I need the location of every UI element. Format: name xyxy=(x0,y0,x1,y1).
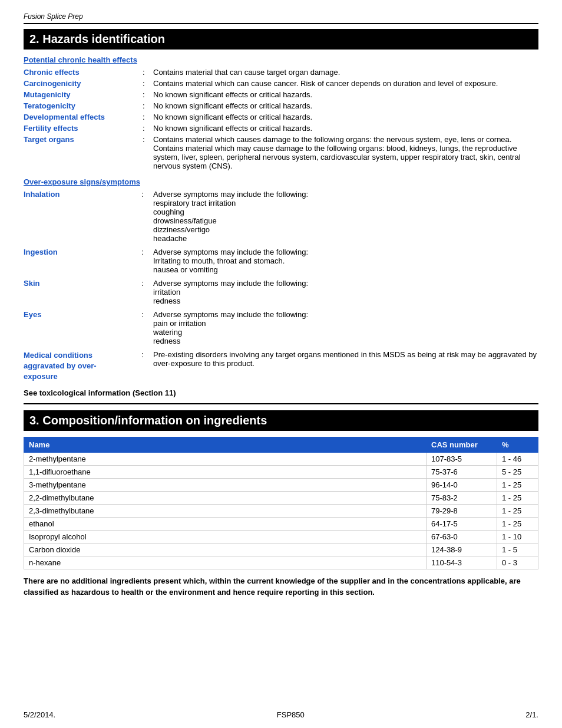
ingredient-cas: 75-83-2 xyxy=(427,491,497,504)
section2-title: 2. Hazards identification xyxy=(29,32,165,45)
target-organs-row: Target organs : Contains material which … xyxy=(24,135,538,170)
chronic-effects-row: Chronic effects : Contains material that… xyxy=(24,68,538,77)
ingestion-label: Ingestion xyxy=(24,248,141,256)
ingredient-cas: 67-63-0 xyxy=(427,530,497,543)
ingredient-pct: 1 - 25 xyxy=(497,478,538,491)
ingestion-row: Ingestion : Adverse symptoms may include… xyxy=(24,248,538,274)
mutagenicity-label: Mutagenicity xyxy=(24,90,141,99)
ingredient-cas: 79-29-8 xyxy=(427,504,497,517)
ingredient-pct: 1 - 5 xyxy=(497,543,538,556)
fertility-effects-content: No known significant effects or critical… xyxy=(153,124,538,133)
footer-page: 2/1. xyxy=(525,710,538,719)
table-row: Carbon dioxide124-38-91 - 5 xyxy=(24,543,538,556)
carcinogenicity-content: Contains material which can cause cancer… xyxy=(153,79,538,88)
developmental-effects-content: No known significant effects or critical… xyxy=(153,113,538,121)
ingestion-content: Adverse symptoms may include the followi… xyxy=(153,248,538,274)
skin-row: Skin : Adverse symptoms may include the … xyxy=(24,279,538,305)
table-row: 1,1-difluoroethane75-37-65 - 25 xyxy=(24,465,538,478)
ingredient-cas: 107-83-5 xyxy=(427,452,497,465)
potential-chronic-heading: Potential chronic health effects xyxy=(24,55,538,64)
ingredient-pct: 1 - 46 xyxy=(497,452,538,465)
fertility-effects-row: Fertility effects : No known significant… xyxy=(24,124,538,133)
teratogenicity-row: Teratogenicity : No known significant ef… xyxy=(24,101,538,110)
table-row: ethanol64-17-51 - 25 xyxy=(24,517,538,530)
footer-code: FSP850 xyxy=(277,710,305,719)
chronic-effects-label: Chronic effects xyxy=(24,68,141,77)
ingredient-cas: 75-37-6 xyxy=(427,465,497,478)
medical-conditions-content: Pre-existing disorders involving any tar… xyxy=(153,350,538,368)
ingredient-name: 3-methylpentane xyxy=(24,478,427,491)
ingredient-name: Carbon dioxide xyxy=(24,543,427,556)
section3-header: 3. Composition/information on ingredient… xyxy=(24,410,538,431)
ingredient-pct: 1 - 25 xyxy=(497,504,538,517)
footer-date: 5/2/2014. xyxy=(24,710,55,719)
top-bar-text: Fusion Splice Prep xyxy=(24,12,83,21)
overexposure-section: Over-exposure signs/symptoms Inhalation … xyxy=(24,177,538,383)
ingredient-cas: 110-54-3 xyxy=(427,556,497,569)
ingredient-pct: 1 - 25 xyxy=(497,517,538,530)
ingredients-table: Name CAS number % 2-methylpentane107-83-… xyxy=(24,437,538,569)
col-cas: CAS number xyxy=(427,437,497,452)
carcinogenicity-row: Carcinogenicity : Contains material whic… xyxy=(24,79,538,88)
eyes-row: Eyes : Adverse symptoms may include the … xyxy=(24,310,538,345)
ingredient-cas: 124-38-9 xyxy=(427,543,497,556)
eyes-content: Adverse symptoms may include the followi… xyxy=(153,310,538,345)
skin-label: Skin xyxy=(24,279,141,288)
ingredient-name: 1,1-difluoroethane xyxy=(24,465,427,478)
teratogenicity-label: Teratogenicity xyxy=(24,101,141,110)
ingredient-name: n-hexane xyxy=(24,556,427,569)
developmental-effects-row: Developmental effects : No known signifi… xyxy=(24,113,538,121)
inhalation-content: Adverse symptoms may include the followi… xyxy=(153,190,538,243)
ingredient-name: 2,3-dimethylbutane xyxy=(24,504,427,517)
col-name: Name xyxy=(24,437,427,452)
target-organs-label: Target organs xyxy=(24,135,141,144)
developmental-effects-label: Developmental effects xyxy=(24,113,141,121)
target-organs-content: Contains material which causes damage to… xyxy=(153,135,538,170)
table-row: 2,3-dimethylbutane79-29-81 - 25 xyxy=(24,504,538,517)
page: Fusion Splice Prep 2. Hazards identifica… xyxy=(0,0,562,728)
ingredient-cas: 64-17-5 xyxy=(427,517,497,530)
table-row: Isopropyl alcohol67-63-01 - 10 xyxy=(24,530,538,543)
inhalation-label: Inhalation xyxy=(24,190,141,199)
ingredient-name: ethanol xyxy=(24,517,427,530)
ingredient-pct: 1 - 25 xyxy=(497,491,538,504)
table-row: 2,2-dimethylbutane75-83-21 - 25 xyxy=(24,491,538,504)
ingredient-name: 2-methylpentane xyxy=(24,452,427,465)
col-pct: % xyxy=(497,437,538,452)
table-row: 3-methylpentane96-14-01 - 25 xyxy=(24,478,538,491)
section2-header: 2. Hazards identification xyxy=(24,29,538,50)
table-row: 2-methylpentane107-83-51 - 46 xyxy=(24,452,538,465)
footer-note: There are no additional ingredients pres… xyxy=(24,575,538,598)
mutagenicity-row: Mutagenicity : No known significant effe… xyxy=(24,90,538,99)
fertility-effects-label: Fertility effects xyxy=(24,124,141,133)
see-tox: See toxicological information (Section 1… xyxy=(24,388,538,397)
section-divider xyxy=(24,403,538,404)
ingredient-name: 2,2-dimethylbutane xyxy=(24,491,427,504)
skin-content: Adverse symptoms may include the followi… xyxy=(153,279,538,305)
table-row: n-hexane110-54-30 - 3 xyxy=(24,556,538,569)
section3-title: 3. Composition/information on ingredient… xyxy=(29,414,267,427)
overexposure-heading: Over-exposure signs/symptoms xyxy=(24,177,538,186)
eyes-label: Eyes xyxy=(24,310,141,319)
ingredient-name: Isopropyl alcohol xyxy=(24,530,427,543)
top-bar: Fusion Splice Prep xyxy=(24,12,538,24)
inhalation-row: Inhalation : Adverse symptoms may includ… xyxy=(24,190,538,243)
medical-conditions-row: Medical conditions aggravated by over- e… xyxy=(24,350,538,383)
page-footer: 5/2/2014. FSP850 2/1. xyxy=(24,710,538,719)
medical-conditions-label: Medical conditions aggravated by over- e… xyxy=(24,350,141,383)
ingredient-pct: 0 - 3 xyxy=(497,556,538,569)
ingredient-pct: 5 - 25 xyxy=(497,465,538,478)
chronic-effects-content: Contains material that can cause target … xyxy=(153,68,538,77)
ingredient-cas: 96-14-0 xyxy=(427,478,497,491)
ingredient-pct: 1 - 10 xyxy=(497,530,538,543)
carcinogenicity-label: Carcinogenicity xyxy=(24,79,141,88)
potential-chronic-section: Potential chronic health effects Chronic… xyxy=(24,55,538,170)
mutagenicity-content: No known significant effects or critical… xyxy=(153,90,538,99)
teratogenicity-content: No known significant effects or critical… xyxy=(153,101,538,110)
